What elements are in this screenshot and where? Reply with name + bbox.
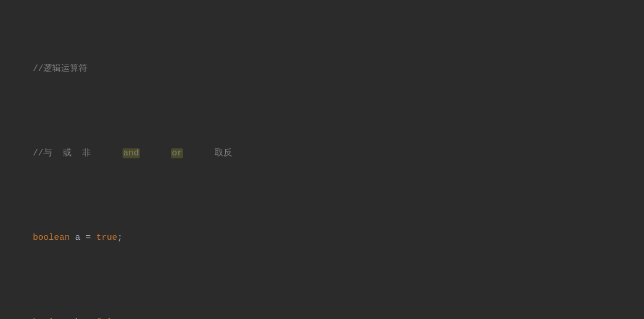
value-true: true (96, 233, 117, 243)
keyword-boolean: boolean (33, 233, 70, 243)
code-editor: //逻辑运算符 //与 或 非 and or 取反 boolean a = tr… (12, 6, 632, 319)
comment-text: //逻辑运算符 (33, 64, 87, 74)
line-comment-operators: //与 或 非 and or 取反 (12, 133, 632, 175)
line-boolean-a: boolean a = true; (12, 217, 632, 259)
line-comment-logical: //逻辑运算符 (12, 48, 632, 90)
line-boolean-b: boolean b = false; (12, 301, 632, 319)
comment-operators-text: //与 或 非 and or 取反 (33, 148, 232, 158)
